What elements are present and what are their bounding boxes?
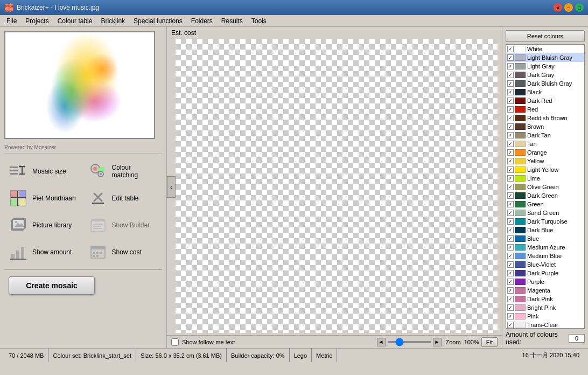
colour-checkbox[interactable]: [507, 279, 514, 285]
colour-checkbox[interactable]: [507, 123, 514, 130]
menu-bricklink[interactable]: Bricklink: [96, 16, 129, 26]
show-cost-btn[interactable]: Show cost: [84, 239, 163, 265]
colour-row[interactable]: Green: [506, 200, 584, 209]
colour-checkbox[interactable]: [507, 227, 514, 233]
colour-checkbox[interactable]: [507, 72, 514, 78]
colour-row[interactable]: Bright Pink: [506, 303, 584, 312]
colour-checkbox[interactable]: [507, 304, 514, 311]
close-button[interactable]: ✕: [554, 3, 562, 12]
colour-row[interactable]: Lime: [506, 174, 584, 183]
colour-row[interactable]: Olive Green: [506, 183, 584, 191]
colour-checkbox[interactable]: [507, 313, 514, 320]
colour-checkbox[interactable]: [507, 158, 514, 164]
create-mosaic-button[interactable]: Create mosaic: [9, 276, 95, 295]
edit-table-btn[interactable]: Edit table: [84, 185, 163, 211]
colour-swatch: [515, 287, 526, 294]
colour-matching-btn[interactable]: Colour matching: [84, 158, 163, 184]
minimize-button[interactable]: −: [564, 3, 573, 12]
colour-name: Light Yellow: [527, 166, 558, 173]
colour-row[interactable]: Dark Bluish Gray: [506, 79, 584, 88]
colour-checkbox[interactable]: [507, 296, 514, 302]
colour-checkbox[interactable]: [507, 253, 514, 259]
colour-checkbox[interactable]: [507, 201, 514, 207]
menu-results[interactable]: Results: [217, 16, 247, 26]
picture-library-btn[interactable]: Picture library: [4, 212, 83, 238]
reset-colours-button[interactable]: Reset colours: [506, 30, 585, 42]
colour-checkbox[interactable]: [507, 63, 514, 70]
colour-checkbox[interactable]: [507, 218, 514, 225]
show-builder-btn[interactable]: Show Builder: [84, 212, 163, 238]
colour-checkbox[interactable]: [507, 132, 514, 138]
colour-list[interactable]: WhiteLight Bluish GrayLight GrayDark Gra…: [506, 44, 585, 329]
zoom-value: 100%: [464, 339, 479, 345]
colour-row[interactable]: Dark Pink: [506, 295, 584, 303]
colour-row[interactable]: Dark Purple: [506, 269, 584, 277]
mosaic-size-btn[interactable]: Mosaic size: [4, 158, 83, 184]
colour-checkbox[interactable]: [507, 184, 514, 190]
menu-tools[interactable]: Tools: [247, 16, 271, 26]
zoom-slider[interactable]: [388, 341, 431, 343]
menu-special-functions[interactable]: Special functions: [129, 16, 187, 26]
colour-row[interactable]: Black: [506, 88, 584, 96]
menu-file[interactable]: File: [2, 16, 21, 26]
colour-row[interactable]: Reddish Brown: [506, 114, 584, 122]
colour-row[interactable]: Medium Blue: [506, 252, 584, 260]
colour-row[interactable]: Dark Blue: [506, 226, 584, 234]
colour-row[interactable]: Red: [506, 105, 584, 114]
colour-checkbox[interactable]: [507, 322, 514, 328]
colour-row[interactable]: Light Gray: [506, 62, 584, 71]
colour-row[interactable]: Sand Green: [506, 209, 584, 217]
colour-row[interactable]: Magenta: [506, 286, 584, 295]
colour-row[interactable]: Pink: [506, 312, 584, 321]
colour-row[interactable]: Dark Green: [506, 191, 584, 200]
colour-checkbox[interactable]: [507, 54, 514, 61]
colour-checkbox[interactable]: [507, 106, 514, 113]
piet-mondriaan-btn[interactable]: Piet Mondriaan: [4, 185, 83, 211]
colour-checkbox[interactable]: [507, 98, 514, 104]
maximize-button[interactable]: □: [575, 3, 584, 12]
colour-checkbox[interactable]: [507, 80, 514, 87]
follow-me-checkbox[interactable]: [171, 338, 179, 346]
colour-row[interactable]: Orange: [506, 148, 584, 157]
colour-checkbox[interactable]: [507, 244, 514, 251]
colour-row[interactable]: Dark Red: [506, 96, 584, 105]
colour-row[interactable]: Brown: [506, 122, 584, 131]
colour-checkbox[interactable]: [507, 149, 514, 156]
colour-row[interactable]: Dark Gray: [506, 71, 584, 79]
colour-row[interactable]: Purple: [506, 277, 584, 286]
colour-row[interactable]: Blue-Violet: [506, 260, 584, 269]
zoom-decrease-button[interactable]: ◄: [377, 338, 386, 346]
colour-checkbox[interactable]: [507, 192, 514, 199]
colour-checkbox[interactable]: [507, 235, 514, 242]
colour-row[interactable]: Dark Tan: [506, 131, 584, 140]
colour-row[interactable]: Blue: [506, 234, 584, 243]
colour-checkbox[interactable]: [507, 261, 514, 268]
colour-checkbox[interactable]: [507, 141, 514, 147]
colour-row[interactable]: Light Yellow: [506, 165, 584, 174]
zoom-increase-button[interactable]: ►: [433, 338, 442, 346]
colour-row[interactable]: White: [506, 45, 584, 53]
colour-checkbox[interactable]: [507, 270, 514, 276]
menu-projects[interactable]: Projects: [21, 16, 53, 26]
colour-row[interactable]: Trans-Clear: [506, 321, 584, 329]
colour-checkbox[interactable]: [507, 46, 514, 52]
colour-checkbox[interactable]: [507, 115, 514, 121]
colour-checkbox[interactable]: [507, 89, 514, 95]
colour-checkbox[interactable]: [507, 166, 514, 173]
colour-row[interactable]: Yellow: [506, 157, 584, 165]
amount-value-input[interactable]: [569, 334, 585, 343]
show-amount-btn[interactable]: Show amount: [4, 239, 83, 265]
colour-row[interactable]: Light Bluish Gray: [506, 53, 584, 62]
titlebar-controls[interactable]: ✕ − □: [554, 3, 584, 12]
colour-checkbox[interactable]: [507, 287, 514, 294]
colour-row[interactable]: Dark Turquoise: [506, 217, 584, 226]
menu-colour-table[interactable]: Colour table: [53, 16, 97, 26]
menu-folders[interactable]: Folders: [187, 16, 217, 26]
colour-checkbox[interactable]: [507, 210, 514, 216]
fit-button[interactable]: Fit: [481, 337, 498, 347]
collapse-panel-button[interactable]: ‹: [167, 176, 176, 198]
colour-checkbox[interactable]: [507, 175, 514, 182]
colour-row[interactable]: Medium Azure: [506, 243, 584, 252]
canvas-area[interactable]: [176, 39, 498, 333]
colour-row[interactable]: Tan: [506, 140, 584, 148]
